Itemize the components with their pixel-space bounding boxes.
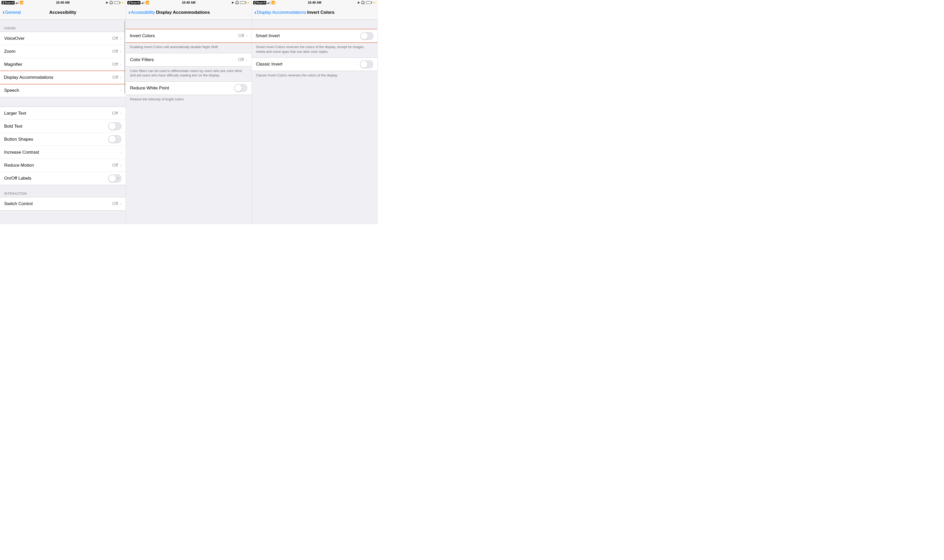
- cell-voiceover[interactable]: VoiceOver Off›: [0, 32, 126, 45]
- cell-value: Off: [238, 57, 244, 62]
- back-app-label: Search: [256, 1, 266, 4]
- footer-note-classic: Classic Invert Colors reverses the color…: [252, 71, 377, 82]
- group-text: Larger Text Off› Bold Text Button Shapes…: [0, 106, 126, 185]
- charging-icon: ⚡: [247, 1, 250, 4]
- cell-magnifier[interactable]: Magnifier Off›: [0, 58, 126, 71]
- cell-onoff-labels[interactable]: On/Off Labels: [0, 172, 126, 185]
- nav-bar: ‹ General Accessibility: [0, 5, 126, 20]
- cell-label: Increase Contrast: [4, 150, 39, 155]
- wifi-icon: 📶: [145, 1, 149, 5]
- back-app-label: Search: [130, 1, 140, 4]
- chevron-right-icon: ›: [120, 36, 122, 41]
- status-bar: ❮Search 📶 10:40 AM ➤ 🎧 ⚡: [0, 0, 126, 5]
- toggle-reduce-white-point[interactable]: [234, 84, 247, 92]
- toggle-smart-invert[interactable]: [360, 32, 373, 40]
- cell-label: Color Filters: [130, 57, 154, 62]
- chevron-right-icon: ›: [120, 202, 122, 206]
- chevron-right-icon: ›: [246, 34, 248, 38]
- cell-color-filters[interactable]: Color Filters Off›: [126, 53, 251, 66]
- cell-label: Speech: [4, 88, 19, 93]
- footer-note-rwp: Reduce the intensity of bright colors.: [126, 95, 251, 105]
- signal-icon: [15, 1, 18, 4]
- nav-bar: ‹ Accessibility Display Accommodations: [126, 5, 251, 20]
- cell-bold-text[interactable]: Bold Text: [0, 120, 126, 133]
- back-to-search-pill[interactable]: ❮Search: [253, 1, 266, 5]
- location-icon: ➤: [106, 1, 108, 5]
- cell-invert-colors[interactable]: Invert Colors Off›: [126, 29, 251, 42]
- screen-invert-colors: ❮Search 📶 10:40 AM ➤ 🎧 ⚡ ‹ Display Accom…: [252, 0, 377, 224]
- wifi-icon: 📶: [20, 1, 23, 5]
- section-header-vision: VISION: [0, 20, 126, 32]
- cell-value: Off: [112, 75, 118, 80]
- cell-label: Classic Invert: [256, 62, 282, 67]
- charging-icon: ⚡: [373, 1, 376, 4]
- chevron-left-icon: ‹: [254, 9, 256, 16]
- screen-accessibility: ❮Search 📶 10:40 AM ➤ 🎧 ⚡ ‹ General Acces…: [0, 0, 126, 224]
- group-filters: Color Filters Off›: [126, 53, 251, 66]
- content-scroll[interactable]: Invert Colors Off› Enabling Invert Color…: [126, 20, 251, 224]
- cell-value: Off: [112, 163, 118, 168]
- cell-value: Off: [112, 36, 118, 41]
- cell-label: Display Accommodations: [4, 75, 53, 80]
- signal-icon: [267, 1, 270, 4]
- content-scroll[interactable]: Smart Invert Smart Invert Colors reverse…: [252, 20, 377, 224]
- battery-icon: [240, 1, 246, 4]
- back-button[interactable]: ‹ Display Accommodations: [254, 9, 306, 16]
- cell-label: VoiceOver: [4, 36, 25, 41]
- status-time: 10:40 AM: [308, 1, 321, 5]
- status-time: 10:40 AM: [56, 1, 69, 5]
- cell-zoom[interactable]: Zoom Off›: [0, 45, 126, 58]
- back-label: General: [5, 10, 20, 15]
- content-scroll[interactable]: VISION VoiceOver Off› Zoom Off› Magnifie…: [0, 20, 126, 224]
- cell-classic-invert[interactable]: Classic Invert: [252, 58, 377, 71]
- status-bar: ❮Search 📶 10:40 AM ➤ 🎧 ⚡: [252, 0, 377, 5]
- group-invert: Invert Colors Off›: [126, 29, 251, 43]
- cell-label: Switch Control: [4, 201, 33, 206]
- chevron-right-icon: ›: [246, 57, 247, 62]
- footer-note-filters: Color filters can be used to differentia…: [126, 66, 251, 82]
- cell-button-shapes[interactable]: Button Shapes: [0, 133, 126, 146]
- section-header-interaction: INTERACTION: [0, 185, 126, 197]
- cell-value: Off: [238, 33, 244, 38]
- chevron-right-icon: ›: [120, 88, 122, 93]
- back-button[interactable]: ‹ Accessibility: [128, 9, 155, 16]
- cell-label: Reduce Motion: [4, 163, 34, 168]
- footer-note-smart: Smart Invert Colors reverses the colors …: [252, 43, 377, 57]
- charging-icon: ⚡: [121, 1, 124, 4]
- cell-switch-control[interactable]: Switch Control Off›: [0, 197, 126, 210]
- toggle-onoff-labels[interactable]: [108, 174, 122, 183]
- cell-reduce-motion[interactable]: Reduce Motion Off›: [0, 159, 126, 172]
- toggle-bold-text[interactable]: [108, 122, 122, 130]
- back-to-search-pill[interactable]: ❮Search: [2, 1, 15, 5]
- chevron-right-icon: ›: [120, 75, 122, 80]
- group-classic-invert: Classic Invert: [252, 57, 377, 71]
- footer-note-invert: Enabling Invert Colors will automaticall…: [126, 43, 251, 53]
- cell-larger-text[interactable]: Larger Text Off›: [0, 107, 126, 120]
- chevron-left-icon: ‹: [128, 9, 130, 16]
- group-interaction: Switch Control Off›: [0, 197, 126, 211]
- back-to-search-pill[interactable]: ❮Search: [128, 1, 140, 5]
- page-title: Display Accommodations: [156, 10, 210, 15]
- cell-smart-invert[interactable]: Smart Invert: [252, 29, 377, 42]
- cell-reduce-white-point[interactable]: Reduce White Point: [126, 82, 251, 95]
- cell-increase-contrast[interactable]: Increase Contrast ›: [0, 146, 126, 159]
- cell-label: On/Off Labels: [4, 176, 31, 181]
- group-smart-invert: Smart Invert: [252, 29, 377, 43]
- back-label: Accessibility: [131, 10, 155, 15]
- chevron-right-icon: ›: [120, 150, 122, 155]
- toggle-classic-invert[interactable]: [360, 60, 373, 68]
- battery-icon: [114, 1, 120, 4]
- chevron-right-icon: ›: [120, 111, 122, 116]
- cell-label: Button Shapes: [4, 137, 33, 142]
- cell-speech[interactable]: Speech ›: [0, 84, 126, 97]
- battery-icon: [366, 1, 372, 4]
- cell-value: Off: [112, 62, 118, 67]
- cell-label: Magnifier: [4, 62, 22, 67]
- screen-display-accommodations: ❮Search 📶 10:40 AM ➤ 🎧 ⚡ ‹ Accessibility…: [126, 0, 252, 224]
- headphones-icon: 🎧: [109, 1, 113, 5]
- cell-display-accommodations[interactable]: Display Accommodations Off›: [0, 71, 126, 84]
- back-button[interactable]: ‹ General: [3, 9, 21, 16]
- toggle-button-shapes[interactable]: [108, 135, 122, 143]
- page-title: Invert Colors: [307, 10, 334, 15]
- signal-icon: [142, 1, 144, 4]
